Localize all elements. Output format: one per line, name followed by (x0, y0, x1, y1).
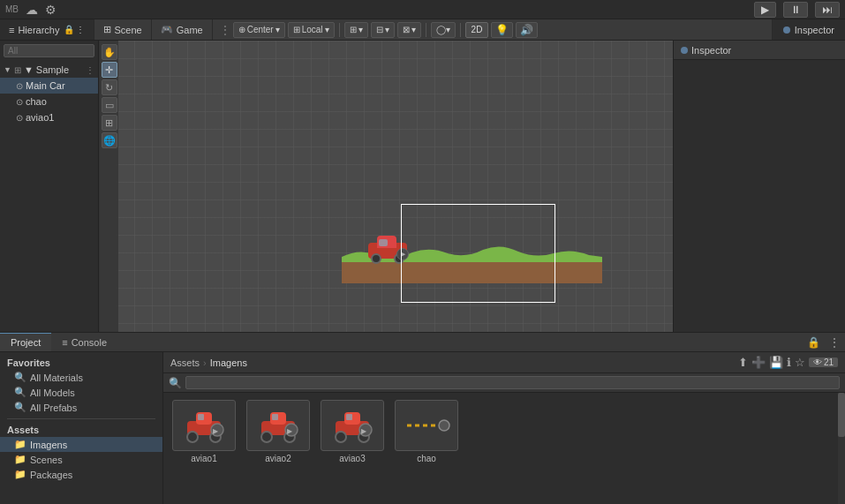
step-button[interactable]: ⏭ (815, 2, 840, 18)
assets-search-input[interactable] (185, 376, 840, 389)
svg-rect-0 (342, 262, 602, 283)
scene-view[interactable]: ▶ (99, 41, 673, 332)
tree-item-aviao1[interactable]: ⊙ aviao1 (0, 109, 98, 125)
all-models-item[interactable]: 🔍 All Models (0, 385, 162, 400)
asset-thumb-aviao3: ▶ (321, 400, 384, 451)
star-btn[interactable]: ☆ (795, 356, 805, 369)
bottom-lock-icon[interactable]: 🔒 (804, 336, 824, 349)
assets-search-bar: 🔍 (163, 373, 845, 393)
hierarchy-search-input[interactable] (4, 44, 94, 57)
bottom-more-icon[interactable]: ⋮ (824, 336, 845, 349)
snap-tool-btn[interactable]: ⊟▾ (371, 22, 395, 38)
asset-item-aviao2[interactable]: ▶ aviao2 (245, 400, 312, 463)
search-icon-assets: 🔍 (169, 377, 182, 389)
asset-item-aviao1[interactable]: ▶ aviao1 (170, 400, 238, 463)
hierarchy-panel: ▼ ⊞ ▼ Sample ⋮ ⊙ Main Car ⊙ chao ⊙ aviao… (0, 41, 99, 332)
pivot-icon: ⊕ (238, 25, 245, 34)
tree-item-chao[interactable]: ⊙ chao (0, 94, 98, 109)
hierarchy-more-icon[interactable]: ⋮ (76, 25, 85, 34)
hierarchy-lock-icon[interactable]: 🔒 (64, 25, 74, 34)
assets-header: Assets (0, 423, 162, 437)
hierarchy-icon: ≡ (9, 25, 14, 35)
gear-icon[interactable]: ⚙ (45, 3, 57, 17)
assets-root-label[interactable]: Assets (170, 357, 200, 368)
maincar-label: Main Car (26, 80, 65, 91)
local-dropdown[interactable]: ⊞ Local ▾ (288, 22, 335, 38)
sample-more-icon[interactable]: ⋮ (86, 65, 94, 75)
main-area: ▼ ⊞ ▼ Sample ⋮ ⊙ Main Car ⊙ chao ⊙ aviao… (0, 41, 845, 332)
svg-point-23 (439, 420, 449, 431)
global-tool[interactable]: 🌐 (102, 132, 117, 148)
inspector-content (674, 60, 845, 332)
asset-item-aviao3[interactable]: ▶ aviao3 (319, 400, 386, 463)
imagens-folder-item[interactable]: 📁 Imagens (0, 437, 162, 452)
tab-project[interactable]: Project (0, 333, 51, 351)
scene-toolbar: ≡ Hierarchy 🔒 ⋮ ⊞ Scene 🎮 Game ⋮ ⊕ Cente… (0, 19, 845, 41)
all-materials-item[interactable]: 🔍 All Materials (0, 370, 162, 385)
pause-button[interactable]: ⏸ (783, 2, 808, 18)
assets-scrollbar[interactable] (838, 393, 845, 504)
svg-rect-10 (272, 414, 278, 420)
scene-icon: ⊞ (103, 24, 111, 35)
assets-breadcrumb: Assets › Imagens ⬆ ➕ 💾 ℹ ☆ 👁 21 (163, 352, 845, 373)
svg-text:▶: ▶ (287, 427, 293, 435)
bottom-area: Project ≡ Console 🔒 ⋮ Favorites 🔍 All Ma… (0, 332, 845, 504)
center-dropdown[interactable]: ⊕ Center ▾ (233, 22, 285, 38)
transform-tool-btn[interactable]: ⊞▾ (344, 22, 368, 38)
tab-scene[interactable]: ⊞ Scene (94, 19, 152, 40)
asset-thumb-chao (395, 400, 458, 451)
tab-game[interactable]: 🎮 Game (152, 19, 213, 40)
maincar-icon: ⊙ (16, 81, 23, 91)
tab-console[interactable]: ≡ Console (51, 333, 117, 351)
bottom-content: Favorites 🔍 All Materials 🔍 All Models 🔍… (0, 352, 845, 504)
packages-folder-item[interactable]: 📁 Packages (0, 467, 162, 482)
grid-tool-btn[interactable]: ⊠▾ (397, 22, 421, 38)
console-icon: ≡ (62, 337, 67, 348)
asset-thumb-aviao2: ▶ (246, 400, 310, 451)
aviao1-icon: ⊙ (16, 113, 23, 123)
hierarchy-search (0, 42, 98, 60)
svg-rect-3 (198, 414, 204, 420)
tab-hierarchy[interactable]: ≡ Hierarchy 🔒 ⋮ (0, 19, 94, 40)
chao-icon: ⊙ (16, 97, 23, 107)
scenes-folder-item[interactable]: 📁 Scenes (0, 452, 162, 467)
asset-item-chao[interactable]: chao (393, 400, 460, 463)
create-btn[interactable]: ➕ (751, 356, 766, 369)
more-scene-icon[interactable]: ⋮ (220, 24, 230, 36)
svg-point-18 (336, 432, 346, 442)
assets-scroll-thumb[interactable] (838, 393, 845, 437)
play-button[interactable]: ▶ (754, 2, 776, 18)
center-dropdown-arrow: ▾ (275, 25, 280, 34)
inspector-panel: Inspector (673, 41, 845, 332)
sample-icon: ⊞ (14, 65, 21, 75)
audio-btn[interactable]: 🔊 (516, 22, 538, 38)
import-btn[interactable]: ⬆ (738, 356, 748, 369)
gizmo-tool-btn[interactable]: ◯▾ (431, 22, 456, 38)
save-btn[interactable]: 💾 (769, 356, 783, 369)
svg-point-4 (187, 432, 198, 442)
2d-btn[interactable]: 2D (465, 22, 489, 38)
tree-item-maincar[interactable]: ⊙ Main Car (0, 78, 98, 94)
asset-label-aviao2: aviao2 (265, 454, 290, 463)
cloud-icon[interactable]: ☁ (26, 3, 38, 17)
all-prefabs-item[interactable]: 🔍 All Prefabs (0, 400, 162, 415)
search-icon-materials: 🔍 (14, 372, 26, 383)
info-btn[interactable]: ℹ (787, 356, 791, 369)
light-btn[interactable]: 💡 (491, 22, 513, 38)
asset-thumb-aviao1: ▶ (172, 400, 236, 451)
assets-current-label: Imagens (210, 357, 247, 368)
svg-text:▶: ▶ (213, 427, 219, 435)
local-dropdown-arrow: ▾ (325, 25, 329, 34)
sample-arrow: ▼ (4, 65, 11, 74)
move-tool[interactable]: ✛ (102, 62, 117, 78)
svg-point-11 (261, 432, 272, 442)
rotate-tool[interactable]: ↻ (102, 79, 117, 95)
rect-select-tool[interactable]: ▭ (102, 97, 117, 113)
hand-tool[interactable]: ✋ (102, 44, 117, 60)
console-tab-label: Console (72, 337, 107, 348)
favorites-header: Favorites (0, 356, 162, 370)
transform-tool[interactable]: ⊞ (102, 115, 117, 131)
inspector-header: Inspector (674, 41, 845, 60)
tree-item-sample[interactable]: ▼ ⊞ ▼ Sample ⋮ (0, 62, 98, 78)
inspector-tab[interactable]: Inspector (772, 19, 845, 40)
